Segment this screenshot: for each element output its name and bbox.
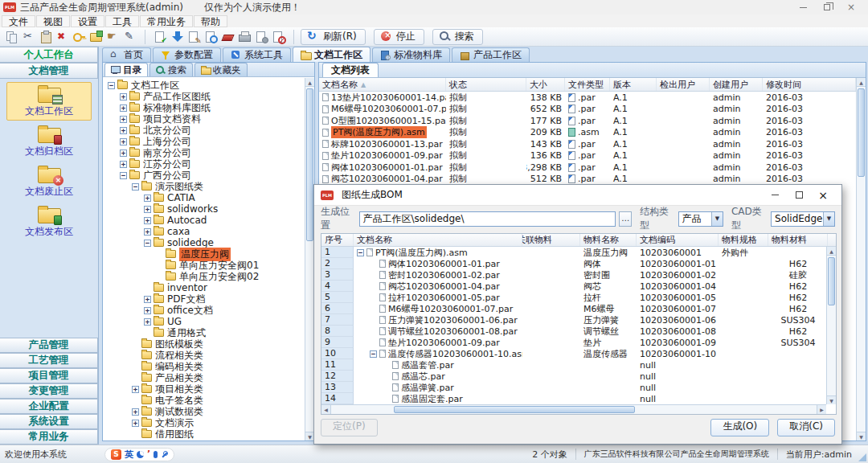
copy-button[interactable] [3,28,20,45]
document-row[interactable]: M6螺母10203060001-07.par 拟制 652 KB .par A.… [319,104,856,116]
microphone-icon[interactable] [154,451,158,458]
sidebar-group[interactable]: 工艺管理 [0,353,98,368]
hand-point-button[interactable] [104,28,121,45]
collapse-icon[interactable]: − [108,82,115,89]
scroll-left-icon[interactable]: ◀ [321,405,331,414]
expand-icon[interactable]: + [132,420,139,427]
sidebar-group-document-management[interactable]: 文档管理 [0,63,98,79]
bom-row[interactable]: 13 感温弹簧.par null [321,382,826,393]
tree-node[interactable]: 借用图纸 [103,428,305,440]
tree-node[interactable]: 图纸模板类 [103,338,305,350]
bom-row[interactable]: 5 拉杆10203060001-05.par 拉杆 10203060001-05… [321,292,826,303]
tree-node[interactable]: 单向压力安全阀02 [103,271,305,282]
expand-icon[interactable]: + [132,408,139,416]
subtab-favorites[interactable]: 收藏夹 [194,63,248,76]
scrollbar-thumb[interactable] [828,257,835,305]
document-row[interactable]: PT阀(温度压力阀).asm 拟制 209 KB .asm A.1 admin … [319,127,856,139]
locate-button[interactable]: 定位(P) [321,419,378,436]
tree-node[interactable]: + caxa [103,226,305,237]
tree-node[interactable]: + 上海分公司 [103,136,305,147]
column-header[interactable]: 状态 [446,78,526,91]
tree-node[interactable]: + 测试数据类 [103,406,305,417]
bom-row[interactable]: 3 密封10203060001-02.par 密封圈 10203060001-0… [321,269,826,281]
new-folder-button[interactable] [88,28,104,45]
subtab-catalog[interactable]: 目录 [104,63,148,76]
column-header[interactable]: 检出用户 [657,78,710,91]
sidebar-group[interactable]: 变更管理 [0,383,98,399]
expand-icon[interactable]: + [120,138,127,145]
document-row[interactable]: O型圈10203060001-15.par 拟制 177 KB .par A.1… [319,115,856,127]
expand-icon[interactable]: + [132,386,139,393]
document-row[interactable]: 垫片10203060001-09.par 拟制 136 KB .par A.1 … [319,150,856,162]
expand-icon[interactable]: + [144,206,151,213]
delete-button[interactable] [54,28,71,45]
expand-icon[interactable]: + [144,307,151,314]
expand-icon[interactable]: + [144,318,151,326]
sidebar-group-personal-workbench[interactable]: 个人工作台 [0,47,98,63]
column-header[interactable]: 大小 [526,78,565,91]
sidebar-group[interactable]: 产品管理 [0,338,98,353]
punctuation-mode-icon[interactable]: ’ [147,451,150,457]
tree-node[interactable]: + 北京分公司 [103,125,305,136]
tree-node[interactable]: + 文档演示 [103,417,305,428]
bom-row[interactable]: 8 调节螺丝10203060001-08.par 调节螺丝 1020306000… [321,326,826,337]
column-header[interactable]: 创建用户 [710,78,763,91]
tree-node[interactable]: 通用格式 [103,327,305,338]
resize-grip[interactable] [858,453,866,461]
preview-button[interactable] [203,28,219,45]
check-out-button[interactable] [169,28,186,45]
bom-row[interactable]: 6 M6螺母10203060001-07.par M6螺母 1020306000… [321,303,826,314]
bom-table-vertical-scrollbar[interactable]: ▲ ▼ [826,247,836,404]
expand-icon[interactable]: + [120,116,127,123]
scroll-down-icon[interactable]: ▼ [827,395,836,404]
cancel-button[interactable]: 取消(C) [777,419,835,436]
tree-node[interactable]: + solidworks [103,203,305,215]
collapse-icon[interactable]: − [357,249,364,256]
subtab-search[interactable]: 搜索 [149,63,193,76]
column-header[interactable]: 版本 [610,78,657,91]
scroll-up-icon[interactable]: ▲ [857,78,866,87]
column-header[interactable]: 修改时间 [763,78,856,91]
tab-library[interactable]: 标准物料库 [372,47,450,62]
tree-node[interactable]: − 广西分公司 [103,170,305,181]
eraser-button[interactable] [219,28,236,45]
tree-node[interactable]: + 标准物料库图纸 [103,102,305,113]
bom-row[interactable]: 7 压力弹簧10203060001-06.par 压力弹簧 1020306000… [321,314,826,326]
sidebar-group[interactable]: 系统设置 [0,414,98,429]
column-header[interactable]: 序号 [321,234,354,246]
collapse-icon[interactable]: − [144,240,151,247]
key-button[interactable] [71,28,88,45]
sidebar-group[interactable]: 常用业务 [0,429,98,445]
tree-node[interactable]: + 南京分公司 [103,147,305,158]
search-button[interactable]: 搜索 [432,29,483,45]
bom-row[interactable]: 11 感温套管.par null [321,359,826,371]
scroll-right-icon[interactable]: ▶ [817,405,826,414]
edit-button[interactable] [186,28,203,45]
column-header[interactable]: 文档名称 [354,234,522,246]
dialog-maximize-button[interactable] [787,189,811,202]
tree-node[interactable]: 产品相关类 [103,372,305,383]
expand-icon[interactable]: + [120,161,127,168]
doc-forbid-button[interactable] [270,28,287,45]
tab-home[interactable]: 首页 [102,47,151,62]
menu-item[interactable]: 视图 [36,15,70,27]
bom-row[interactable]: 14 感温固定套.par null [321,393,826,404]
bom-table-horizontal-scrollbar[interactable]: ◀ ▶ [321,404,826,414]
column-header[interactable]: 文档名称▲ [319,78,446,91]
sidebar-item-workspace[interactable]: 文档工作区 [6,82,92,121]
menu-item[interactable]: 设置 [71,15,104,27]
menu-item[interactable]: 工具 [105,15,139,27]
collapse-icon[interactable]: − [120,172,127,179]
scroll-up-icon[interactable]: ▲ [827,247,836,256]
sidebar-item-abolish[interactable]: × 文档废止区 [6,162,92,201]
document-row[interactable]: 阀芯10203060001-04.par 拟制 512 KB .par A.1 … [319,174,856,186]
paste-button[interactable] [37,28,54,45]
document-row[interactable]: 阀体10203060001-01.par 拟制 3,298 KB .par A.… [319,162,856,174]
stop-button[interactable]: 停止 [374,29,424,45]
expand-icon[interactable]: + [120,150,127,157]
generate-location-input[interactable] [359,211,616,227]
print-button[interactable] [236,28,253,45]
tab-params[interactable]: 参数配置 [153,47,221,62]
scrollbar-thumb[interactable] [306,88,313,241]
cad-type-select[interactable]: SolidEdge ▼ [771,211,835,227]
